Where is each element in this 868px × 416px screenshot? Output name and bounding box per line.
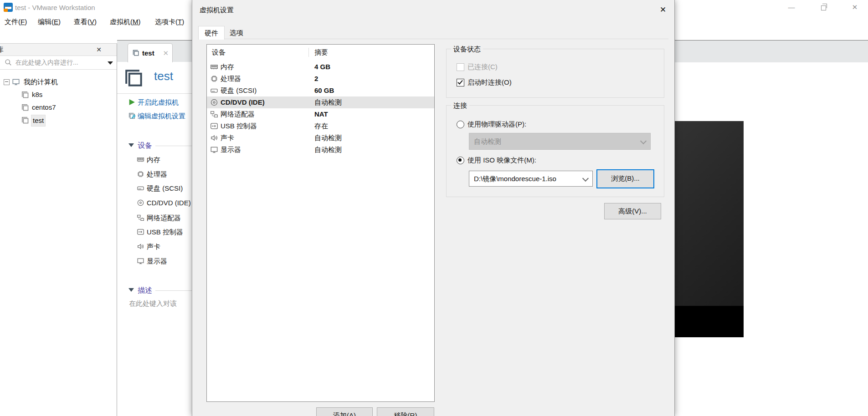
remove-button[interactable]: 移除(R) [377,407,434,416]
play-icon [128,98,136,106]
vm-icon [132,49,139,56]
description-placeholder[interactable]: 在此处键入对该 [129,299,177,309]
tab-options[interactable]: 选项 [224,26,249,39]
connection-title: 连接 [451,101,469,110]
sound-icon [137,243,144,250]
collapse-expander-icon[interactable] [4,79,10,85]
collapse-triangle-icon[interactable] [128,288,134,292]
iso-path-select[interactable]: D:\镜像\mondorescue-1.iso [469,171,593,187]
advanced-button[interactable]: 高级(V)... [604,203,661,219]
dropdown-chevron-icon[interactable] [582,175,589,182]
column-device: 设备 [212,45,226,60]
divider [117,93,192,94]
divider [155,290,192,291]
tab-hardware[interactable]: 硬件 [198,26,225,40]
table-row-sound[interactable]: 声卡 自动检测 [207,132,434,144]
power-on-link[interactable]: 开启此虚拟机 [138,97,179,107]
vm-summary-page: test 开启此虚拟机 编辑虚拟机设置 设备 内存 处理器 硬盘 (SCSI) … [117,62,192,416]
table-row-disk[interactable]: 硬盘 (SCSI) 60 GB [207,85,434,96]
device-item-display[interactable]: 显示器 [147,256,167,266]
memory-icon [137,156,144,163]
table-row-cd-dvd-selected[interactable]: CD/DVD (IDE) 自动检测 [207,96,434,108]
device-item-processor[interactable]: 处理器 [147,169,167,179]
vm-title: test [154,69,173,83]
table-row-processor[interactable]: 处理器 2 [207,73,434,85]
divider [308,48,309,57]
menu-file[interactable]: 文件(F) [5,15,27,29]
restore-button[interactable] [813,0,833,15]
vm-settings-dialog: 虚拟机设置 ✕ 硬件 选项 设备 摘要 内存 4 GB 处理器 2 硬盘 (SC… [192,0,675,416]
sound-icon [210,134,218,142]
device-item-memory[interactable]: 内存 [147,155,160,165]
dialog-close-icon[interactable]: ✕ [656,4,670,16]
tree-item-test[interactable]: test [0,115,117,126]
library-panel: 库 ✕ 在此处键入内容进行... 我的计算机 k8s centos7 test [0,43,117,416]
cd-icon [210,98,218,107]
table-row-network[interactable]: 网络适配器 NAT [207,108,434,120]
menu-edit[interactable]: 编辑(E) [38,15,61,29]
dialog-title: 虚拟机设置 [200,0,234,20]
checkbox-checked-icon[interactable] [457,79,464,86]
menu-vm[interactable]: 虚拟机(M) [110,15,141,29]
radio-selected-icon[interactable] [457,157,464,164]
browse-button[interactable]: 浏览(B)... [596,169,654,188]
usb-icon [210,122,218,130]
table-row-usb[interactable]: USB 控制器 存在 [207,120,434,132]
table-header: 设备 摘要 [207,45,434,60]
device-status-title: 设备状态 [451,45,483,53]
minimize-icon: — [788,3,795,11]
usb-icon [137,228,144,236]
iso-image-label: 使用 ISO 映像文件(M): [467,156,536,165]
description-section-header[interactable]: 描述 [138,285,152,295]
device-item-sound[interactable]: 声卡 [147,242,160,252]
memory-icon [210,63,218,71]
tree-item-centos7[interactable]: centos7 [0,102,117,113]
tree-item-my-computer[interactable]: 我的计算机 [0,76,117,87]
library-close-icon[interactable]: ✕ [93,44,105,56]
radio-icon[interactable] [457,121,464,128]
device-item-network[interactable]: 网络适配器 [147,213,181,223]
library-search[interactable]: 在此处键入内容进行... [0,56,117,70]
processor-icon [137,170,144,178]
column-summary: 摘要 [314,45,328,60]
vm-icon [123,67,144,88]
edit-settings-link[interactable]: 编辑虚拟机设置 [138,111,185,121]
device-item-cd[interactable]: CD/DVD (IDE) [147,198,191,208]
tab-test[interactable]: test ✕ [128,43,173,62]
cd-icon [137,199,144,207]
devices-section-header[interactable]: 设备 [138,141,152,151]
menu-view[interactable]: 查看(V) [74,15,97,29]
vm-icon [21,103,29,112]
tab-close-icon[interactable]: ✕ [163,44,169,62]
checkbox-icon[interactable] [457,63,464,71]
menu-tabs[interactable]: 选项卡(T) [155,15,184,29]
restore-icon [821,5,826,10]
minimize-button[interactable]: — [781,0,801,15]
table-row-display[interactable]: 显示器 自动检测 [207,144,434,156]
collapse-triangle-icon[interactable] [128,143,134,147]
close-icon: ✕ [852,3,858,11]
edit-vm-icon [128,112,136,120]
search-icon [5,59,12,66]
disk-icon [137,184,144,192]
device-item-usb[interactable]: USB 控制器 [147,227,183,237]
connected-label: 已连接(C) [467,62,498,71]
tree-label-selected: test [31,115,46,127]
vm-icon [21,116,29,124]
table-row-memory[interactable]: 内存 4 GB [207,61,434,73]
search-placeholder: 在此处键入内容进行... [15,56,78,69]
device-item-disk[interactable]: 硬盘 (SCSI) [147,183,183,193]
display-icon [137,257,144,265]
close-button[interactable]: ✕ [845,0,865,15]
search-dropdown-icon[interactable] [108,61,113,65]
power-on-label: 启动时连接(O) [467,78,512,87]
network-icon [137,214,144,222]
tree-item-k8s[interactable]: k8s [0,89,117,100]
tab-label: test [142,44,154,62]
add-button[interactable]: 添加(A) [316,407,373,416]
device-status-group: 设备状态 已连接(C) 启动时连接(O) [446,49,664,98]
divider [155,146,192,146]
device-table: 设备 摘要 内存 4 GB 处理器 2 硬盘 (SCSI) 60 GB CD/D… [206,44,435,402]
physical-drive-label: 使用物理驱动器(P): [467,120,526,129]
connection-group: 连接 使用物理驱动器(P): 自动检测 使用 ISO 映像文件(M): D:\镜… [446,105,664,197]
